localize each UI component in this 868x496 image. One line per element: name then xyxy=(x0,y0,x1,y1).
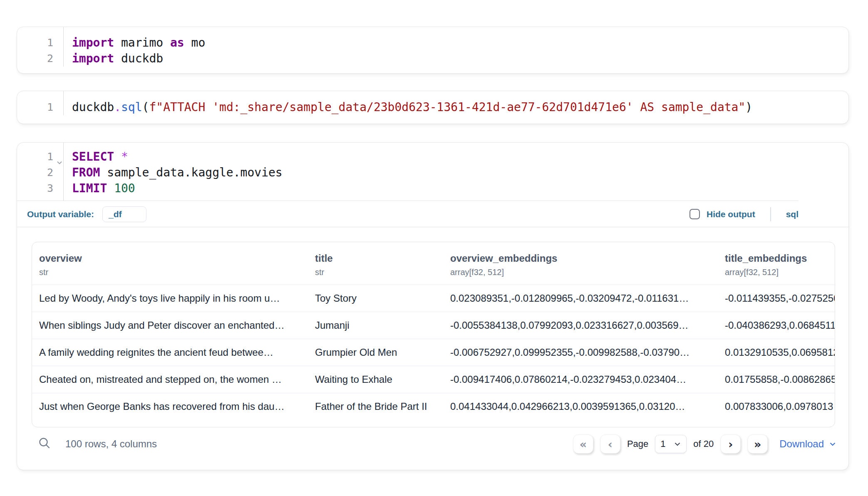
line-number: 2 xyxy=(17,165,53,181)
keyword-token: LIMIT xyxy=(72,181,107,195)
code-token: duckdb xyxy=(114,52,163,65)
column-dtype: array[f32, 512] xyxy=(725,268,835,277)
cell-overview-embeddings: 0.023089351,-0.012809965,-0.03209472,-0.… xyxy=(443,285,718,312)
keyword-token: SELECT xyxy=(72,150,114,164)
cell-overview-embeddings: -0.009417406,0.07860214,-0.023279453,0.0… xyxy=(443,366,718,393)
row-count-summary: 100 rows, 4 columns xyxy=(65,438,157,450)
table-header-row: overviewstr titlestr overview_embeddings… xyxy=(32,242,835,285)
line-number: 1 xyxy=(17,35,53,51)
first-page-button[interactable]: « xyxy=(573,434,593,454)
cell-overview: Just when George Banks has recovered fro… xyxy=(32,393,308,420)
output-variable-label: Output variable: xyxy=(27,209,94,219)
code-token: ) xyxy=(745,100,752,114)
table-row[interactable]: Just when George Banks has recovered fro… xyxy=(32,393,835,420)
column-name: overview_embeddings xyxy=(450,253,711,264)
column-header-overview-embeddings[interactable]: overview_embeddingsarray[f32, 512] xyxy=(443,242,718,285)
cell-title-embeddings: 0.0132910535,0.0695812 xyxy=(718,339,835,366)
code-token: sample_data.kaggle.movies xyxy=(100,166,282,179)
pagination: « ‹ Page 1 of 20 › » xyxy=(573,434,768,454)
cell-overview: When siblings Judy and Peter discover an… xyxy=(32,312,308,339)
code-lines[interactable]: SELECT * FROM sample_data.kaggle.movies … xyxy=(64,143,283,201)
table-row[interactable]: Led by Woody, Andy's toys live happily i… xyxy=(32,285,835,312)
search-icon[interactable] xyxy=(38,436,51,451)
column-dtype: str xyxy=(39,268,301,277)
cell-overview: Led by Woody, Andy's toys live happily i… xyxy=(32,285,308,312)
cell-overview-embeddings: 0.041433044,0.042966213,0.0039591365,0.0… xyxy=(443,393,718,420)
last-page-button[interactable]: » xyxy=(747,434,768,454)
toolbar-divider xyxy=(770,207,771,221)
double-chevron-left-icon: « xyxy=(580,438,587,451)
chevron-right-icon: › xyxy=(728,438,733,451)
cell-title: Jumanji xyxy=(308,312,443,339)
code-line[interactable]: FROM sample_data.kaggle.movies xyxy=(72,165,283,181)
output-toolbar: Output variable: _df Hide output sql xyxy=(17,201,849,227)
operator-token: * xyxy=(114,150,128,164)
column-name: overview xyxy=(39,253,301,264)
column-dtype: str xyxy=(315,268,436,277)
cell-title: Waiting to Exhale xyxy=(308,366,443,393)
dataframe-table: overviewstr titlestr overview_embeddings… xyxy=(32,242,835,420)
cell-title: Grumpier Old Men xyxy=(308,339,443,366)
string-token: f"ATTACH 'md:_share/sample_data/23b0d623… xyxy=(149,100,745,114)
column-header-title-embeddings[interactable]: title_embeddingsarray[f32, 512] xyxy=(718,242,835,285)
code-editor[interactable]: 1 duckdb.sql(f"ATTACH 'md:_share/sample_… xyxy=(17,91,848,115)
line-number: 3 xyxy=(17,181,53,196)
cell-title-embeddings: 0.007833006,0.0978013 xyxy=(718,393,835,420)
hide-output-checkbox[interactable] xyxy=(689,209,700,219)
code-token: marimo xyxy=(114,36,170,50)
operator-token: . xyxy=(114,100,121,114)
double-chevron-right-icon: » xyxy=(754,438,761,451)
code-lines[interactable]: import marimo as mo import duckdb xyxy=(64,27,205,67)
page-select-value: 1 xyxy=(660,439,665,449)
column-header-overview[interactable]: overviewstr xyxy=(32,242,308,285)
hide-output-label[interactable]: Hide output xyxy=(707,209,755,219)
column-name: title xyxy=(315,253,436,264)
next-page-button[interactable]: › xyxy=(720,434,741,454)
keyword-token: import xyxy=(72,36,114,50)
dataframe-table-card: overviewstr titlestr overview_embeddings… xyxy=(32,242,835,427)
column-header-title[interactable]: titlestr xyxy=(308,242,443,285)
code-line[interactable]: import duckdb xyxy=(72,51,205,67)
cell-title-embeddings: -0.011439355,-0.027525006 xyxy=(718,285,835,312)
output-variable-value: _df xyxy=(109,209,122,219)
code-lines[interactable]: duckdb.sql(f"ATTACH 'md:_share/sample_da… xyxy=(64,91,752,115)
code-editor[interactable]: 1 2 import marimo as mo import duckdb xyxy=(17,27,848,67)
line-number: 2 xyxy=(17,51,53,67)
number-token: 100 xyxy=(107,181,135,195)
cell-title: Toy Story xyxy=(308,285,443,312)
keyword-token: as xyxy=(170,36,184,50)
download-label: Download xyxy=(779,438,824,450)
code-cell-attach: 1 duckdb.sql(f"ATTACH 'md:_share/sample_… xyxy=(17,91,849,124)
code-line[interactable]: duckdb.sql(f"ATTACH 'md:_share/sample_da… xyxy=(72,99,752,115)
page-select[interactable]: 1 xyxy=(655,435,687,453)
cell-title-embeddings: -0.040386293,0.0684511 xyxy=(718,312,835,339)
function-token: sql xyxy=(121,100,142,114)
code-cell-imports: 1 2 import marimo as mo import duckdb xyxy=(17,27,849,74)
column-dtype: array[f32, 512] xyxy=(450,268,711,277)
code-editor[interactable]: 1 2 3 SELECT * FROM sample_data.kaggle.m… xyxy=(17,143,799,201)
code-token: duckdb xyxy=(72,100,114,114)
line-number-gutter: 1 2 3 xyxy=(17,143,64,201)
cell-overview: A family wedding reignites the ancient f… xyxy=(32,339,308,366)
code-line[interactable]: import marimo as mo xyxy=(72,35,205,51)
table-footer: 100 rows, 4 columns « ‹ Page 1 of 20 › »… xyxy=(17,432,849,456)
language-badge-sql[interactable]: sql xyxy=(786,209,799,219)
sql-cell: 1 2 3 SELECT * FROM sample_data.kaggle.m… xyxy=(17,142,849,470)
table-row[interactable]: A family wedding reignites the ancient f… xyxy=(32,339,835,366)
table-row[interactable]: When siblings Judy and Peter discover an… xyxy=(32,312,835,339)
line-number: 1 xyxy=(17,99,53,115)
previous-page-button[interactable]: ‹ xyxy=(600,434,620,454)
output-variable-input[interactable]: _df xyxy=(102,206,146,222)
line-number-gutter: 1 2 xyxy=(17,27,64,67)
code-token: ( xyxy=(142,100,149,114)
fold-chevron-down-icon[interactable] xyxy=(57,154,62,170)
page-label: Page xyxy=(627,439,648,449)
cell-overview: Cheated on, mistreated and stepped on, t… xyxy=(32,366,308,393)
cell-overview-embeddings: -0.0055384138,0.07992093,0.023316627,0.0… xyxy=(443,312,718,339)
table-row[interactable]: Cheated on, mistreated and stepped on, t… xyxy=(32,366,835,393)
column-name: title_embeddings xyxy=(725,253,835,264)
code-line[interactable]: LIMIT 100 xyxy=(72,181,283,196)
page-total-label: of 20 xyxy=(693,439,714,449)
download-button[interactable]: Download xyxy=(779,438,837,450)
code-line[interactable]: SELECT * xyxy=(72,149,283,165)
